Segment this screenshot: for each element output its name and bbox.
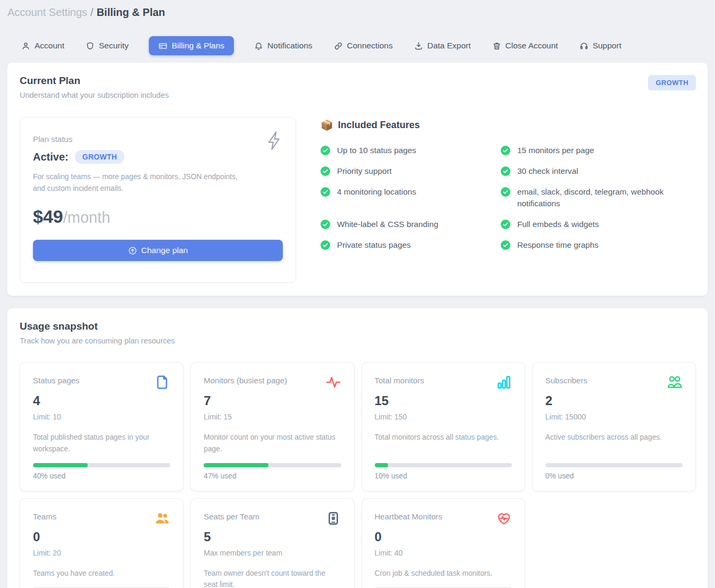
usage-limit: Limit: 15 [204, 413, 341, 421]
plan-description: For scaling teams — more pages & monitor… [33, 171, 251, 195]
user-icon [21, 41, 30, 51]
features-grid: Up to 10 status pages 15 monitors per pa… [321, 145, 696, 251]
usage-label: Heartbeat Monitors [375, 510, 443, 522]
id-badge-icon [325, 510, 341, 526]
feature-label: email, slack, discord, telegram, webhook… [517, 186, 680, 209]
check-circle-icon [321, 146, 330, 155]
usage-progress: 47% used [204, 455, 341, 480]
tab-label: Billing & Plans [172, 41, 224, 51]
credit-card-icon [158, 41, 167, 51]
usage-card-total-monitors: Total monitors 15 Limit: 150 Total monit… [361, 362, 525, 491]
billing-page: Account Settings/Billing & Plan Account … [0, 0, 715, 588]
progress-track [545, 463, 683, 467]
arrow-up-circle-icon [128, 246, 137, 255]
usage-progress: 0% used [33, 579, 170, 588]
tab-label: Data Export [427, 41, 471, 51]
usage-progress: 10% used [375, 455, 512, 480]
tab-billing-plans[interactable]: Billing & Plans [149, 36, 234, 55]
tab-account[interactable]: Account [20, 36, 65, 55]
check-circle-icon [501, 166, 510, 176]
usage-value: 0 [33, 530, 170, 544]
breadcrumb: Account Settings/Billing & Plan [7, 6, 708, 19]
usage-card-heartbeat-monitors: Heartbeat Monitors 0 Limit: 40 Cron job … [361, 498, 525, 588]
feature-label: Response time graphs [517, 239, 599, 251]
progress-track [33, 463, 170, 467]
usage-label: Monitors (busiest page) [204, 374, 287, 386]
usage-label: Total monitors [375, 374, 424, 386]
progress-track [204, 463, 341, 467]
tab-label: Account [35, 41, 64, 51]
current-plan-title: Current Plan [20, 75, 169, 87]
change-plan-button[interactable]: Change plan [33, 240, 283, 261]
check-circle-icon [321, 187, 330, 197]
usage-label: Subscribers [545, 374, 587, 386]
usage-description: Total published status pages in your wor… [33, 432, 170, 455]
usage-description: Team owner doesn't count toward the seat… [204, 568, 341, 588]
check-circle-icon [321, 240, 330, 250]
check-circle-icon [501, 187, 510, 197]
usage-card-status-pages: Status pages 4 Limit: 10 Total published… [20, 362, 183, 491]
tab-connections[interactable]: Connections [333, 36, 394, 55]
usage-percent: 40% used [33, 472, 170, 480]
plan-price: $49/month [33, 206, 283, 227]
usage-percent: 47% used [204, 472, 341, 480]
usage-percent: 10% used [375, 472, 512, 480]
tab-close-account[interactable]: Close Account [491, 36, 559, 55]
check-circle-icon [501, 240, 510, 250]
feature-label: Full embeds & widgets [517, 219, 599, 230]
usage-progress: 40% used [33, 455, 170, 480]
usage-card-seats-per-team: Seats per Team 5 Max members per team Te… [190, 498, 354, 588]
users-filled-icon [154, 510, 170, 526]
feature-item: email, slack, discord, telegram, webhook… [501, 186, 696, 209]
heart-pulse-icon [496, 510, 512, 526]
check-circle-icon [501, 146, 510, 155]
usage-description: Cron job & scheduled task monitors. [375, 568, 512, 579]
usage-limit: Limit: 10 [33, 413, 170, 421]
price-period: /month [63, 209, 111, 226]
breadcrumb-section[interactable]: Account Settings [7, 6, 87, 18]
progress-fill [33, 463, 88, 467]
change-plan-label: Change plan [141, 246, 188, 255]
usage-value: 2 [545, 393, 683, 408]
tab-label: Connections [347, 41, 393, 51]
usage-value: 7 [204, 393, 341, 408]
usage-limit: Max members per team [204, 549, 341, 557]
usage-limit: Limit: 150 [375, 413, 512, 421]
feature-item: Up to 10 status pages [321, 145, 501, 156]
feature-label: 4 monitoring locations [337, 186, 416, 198]
usage-snapshot-section: Usage snapshot Track how you are consumi… [7, 308, 708, 588]
plan-status-card: Plan status Active: GROWTH For scaling t… [20, 117, 296, 283]
feature-item: Response time graphs [501, 239, 696, 251]
usage-percent: 0% used [545, 472, 683, 480]
check-circle-icon [321, 220, 330, 229]
feature-item: White-label & CSS branding [321, 219, 501, 230]
trash-icon [492, 41, 501, 51]
lightning-icon [266, 130, 283, 154]
breadcrumb-separator: / [90, 6, 94, 18]
usage-description: Monitor count on your most active status… [204, 432, 341, 455]
usage-description: Total monitors across all status pages. [375, 432, 512, 443]
usage-label: Teams [33, 510, 56, 522]
bar-chart-icon [496, 374, 512, 390]
usage-value: 5 [204, 530, 341, 544]
usage-limit: Limit: 15000 [545, 413, 683, 421]
plan-status-badge: GROWTH [75, 150, 125, 164]
usage-title: Usage snapshot [20, 321, 175, 332]
file-icon [154, 374, 170, 390]
tab-security[interactable]: Security [85, 36, 130, 55]
progress-fill [375, 463, 389, 467]
usage-card-monitors-busiest: Monitors (busiest page) 7 Limit: 15 Moni… [190, 362, 354, 491]
usage-card-subscribers: Subscribers 2 Limit: 15000 Active subscr… [532, 362, 696, 491]
tab-data-export[interactable]: Data Export [413, 36, 472, 55]
shield-icon [86, 41, 95, 51]
usage-label: Status pages [33, 374, 80, 386]
tab-notifications[interactable]: Notifications [253, 36, 313, 55]
tab-support[interactable]: Support [578, 36, 623, 55]
tab-label: Notifications [267, 41, 312, 51]
feature-item: Full embeds & widgets [501, 219, 696, 230]
usage-limit: Limit: 40 [375, 549, 512, 557]
link-icon [334, 41, 343, 51]
usage-subtitle: Track how you are consuming plan resourc… [20, 337, 175, 345]
bell-icon [254, 41, 263, 51]
feature-item: 30 check interval [501, 165, 696, 177]
